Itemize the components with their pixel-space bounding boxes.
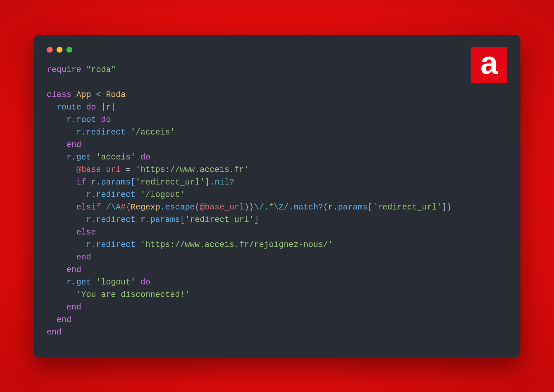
- kw-do2: do: [101, 115, 111, 125]
- r2: r: [328, 203, 333, 212]
- fn-redirect2: r.redirect: [86, 190, 136, 200]
- kw-end1: end: [66, 140, 81, 150]
- kw-class: class: [47, 90, 71, 100]
- kw-end5: end: [57, 315, 71, 325]
- rgx-A: \A: [111, 203, 121, 212]
- cls-regexp: Regexp: [131, 203, 160, 212]
- str-roda: "roda": [86, 65, 116, 75]
- fn-redirect4: r.redirect: [86, 240, 136, 250]
- rb2: ]): [441, 203, 451, 212]
- block-arg: |r|: [96, 103, 116, 112]
- kw-end2: end: [76, 253, 91, 262]
- rgx-slashdot: \/.: [254, 203, 269, 212]
- fn-escape: .escape: [160, 203, 195, 212]
- str-disconnected: 'You are disconnected!': [76, 290, 190, 300]
- str-baseurl: 'https://www.acceis.fr': [136, 165, 249, 175]
- fn-route: route: [57, 103, 81, 112]
- rpar: ): [244, 203, 249, 212]
- cls-app: App: [76, 90, 91, 100]
- rgx-Z: \Z: [274, 203, 284, 212]
- str-key3: 'redirect_url': [185, 215, 254, 225]
- fn-rroot: r.root: [66, 115, 96, 125]
- rgx-open: /: [106, 203, 111, 212]
- rb3: ]: [254, 215, 259, 225]
- lpar2: (: [323, 203, 328, 212]
- close-icon: [47, 47, 53, 53]
- fn-params3: .params[: [145, 215, 185, 225]
- kw-do: do: [86, 103, 96, 112]
- minimize-icon: [57, 47, 63, 53]
- fn-redirect3: r.redirect: [86, 215, 136, 225]
- kw-else: else: [76, 228, 96, 237]
- kw-elsif: elsif: [76, 203, 101, 212]
- code-window: a require "roda" class App < Roda route …: [34, 35, 520, 357]
- str-logout2: 'logout': [96, 278, 136, 287]
- str-acceis2: 'acceis': [96, 153, 136, 162]
- fn-redirect1: r.redirect: [76, 128, 126, 137]
- str-rejoignez: 'https://www.acceis.fr/rejoignez-nous/': [140, 240, 333, 250]
- kw-end4: end: [66, 303, 81, 312]
- rgx-close: /: [284, 203, 289, 212]
- str-key2: 'redirect_url': [372, 203, 441, 212]
- fn-params2: .params[: [333, 203, 372, 212]
- r1: r: [91, 178, 96, 187]
- fn-params1: .params[: [96, 178, 136, 187]
- ivar-baseurl: @base_url: [76, 165, 121, 175]
- kw-end6: end: [47, 328, 62, 337]
- fn-match: .match?: [289, 203, 323, 212]
- str-acceis: '/acceis': [131, 128, 175, 137]
- op-lt: <: [91, 90, 106, 100]
- kw-if: if: [76, 178, 86, 187]
- acceis-logo: a: [471, 47, 507, 83]
- zoom-icon: [66, 47, 72, 53]
- kw-end3: end: [66, 265, 81, 275]
- kw-require: require: [47, 65, 81, 75]
- lpar: (: [195, 203, 200, 212]
- logo-letter: a: [480, 47, 498, 79]
- ivar-baseurl2: @base_url: [200, 203, 244, 212]
- rgx-star: *: [269, 203, 274, 212]
- op-eq: =: [121, 165, 136, 175]
- rb1: ]: [205, 178, 210, 187]
- rgx-interp-open: #{: [121, 203, 131, 212]
- rgx-interp-close: }: [249, 203, 254, 212]
- code-block: require "roda" class App < Roda route do…: [47, 64, 507, 339]
- cls-roda: Roda: [106, 90, 126, 100]
- fn-rget1: r.get: [66, 153, 91, 162]
- fn-nil: .nil?: [210, 178, 234, 187]
- r3: r: [140, 215, 145, 225]
- traffic-lights: [47, 47, 507, 53]
- kw-do3: do: [140, 153, 150, 162]
- str-logout: '/logout': [140, 190, 185, 200]
- fn-rget2: r.get: [66, 278, 91, 287]
- str-key1: 'redirect_url': [136, 178, 205, 187]
- kw-do4: do: [140, 278, 150, 287]
